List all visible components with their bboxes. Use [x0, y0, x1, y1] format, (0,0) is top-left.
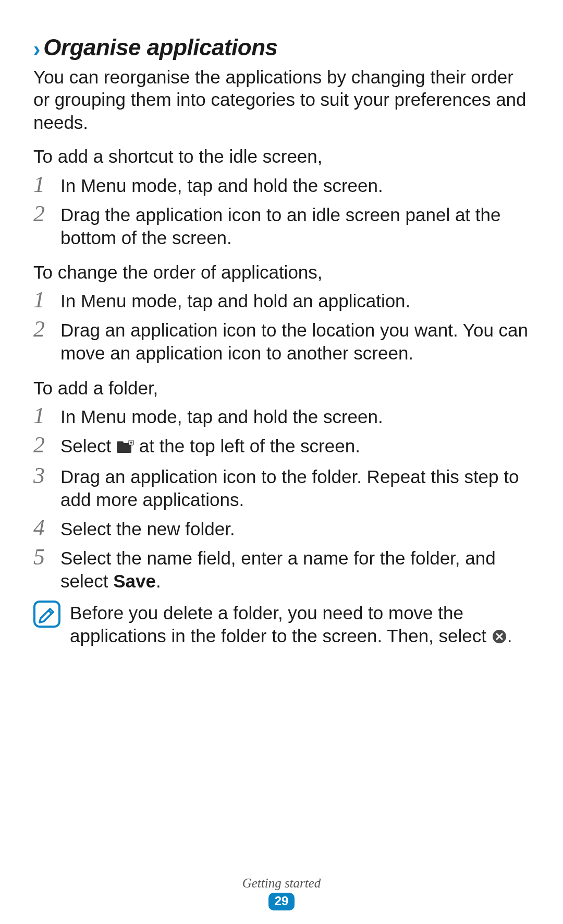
- step-text-post: .: [156, 571, 161, 591]
- step-text: Select the new folder.: [60, 517, 235, 541]
- note-text: Before you delete a folder, you need to …: [70, 601, 530, 650]
- page-number-badge: 29: [268, 893, 295, 910]
- list-item: 4 Select the new folder.: [33, 517, 530, 541]
- section2-lead: To change the order of applications,: [33, 261, 530, 283]
- note-icon: [33, 601, 60, 628]
- step-text: In Menu mode, tap and hold the screen.: [60, 173, 383, 197]
- step-text-bold: Save: [113, 571, 156, 591]
- step-text: Drag the application icon to an idle scr…: [60, 202, 530, 249]
- step-number: 1: [33, 289, 51, 311]
- list-item: 1 In Menu mode, tap and hold the screen.: [33, 404, 530, 428]
- note-callout: Before you delete a folder, you need to …: [33, 601, 530, 650]
- step-text: In Menu mode, tap and hold the screen.: [60, 404, 383, 428]
- svg-rect-5: [34, 602, 59, 627]
- section3-lead: To add a folder,: [33, 377, 530, 399]
- list-item: 2 Drag an application icon to the locati…: [33, 318, 530, 365]
- step-number: 2: [33, 202, 51, 225]
- step-number: 3: [33, 464, 51, 487]
- step-number: 4: [33, 517, 51, 539]
- step-text-post: at the top left of the screen.: [139, 436, 360, 456]
- section1-lead: To add a shortcut to the idle screen,: [33, 145, 530, 167]
- note-text-post: .: [507, 626, 512, 646]
- page-footer: Getting started 29: [0, 876, 563, 910]
- step-text: Select at the top left of the screen.: [60, 434, 360, 459]
- step-number: 5: [33, 546, 51, 569]
- list-item: 1 In Menu mode, tap and hold the screen.: [33, 173, 530, 197]
- section-heading: › Organise applications: [33, 34, 530, 61]
- list-item: 2 Select at the top left of the screen.: [33, 434, 530, 459]
- intro-paragraph: You can reorganise the applications by c…: [33, 66, 530, 134]
- footer-section-label: Getting started: [0, 876, 563, 891]
- section3-steps: 1 In Menu mode, tap and hold the screen.…: [33, 404, 530, 593]
- list-item: 2 Drag the application icon to an idle s…: [33, 202, 530, 249]
- step-number: 1: [33, 404, 51, 427]
- close-circle-icon: [492, 627, 507, 650]
- step-number: 1: [33, 173, 51, 196]
- step-text: In Menu mode, tap and hold an applicatio…: [60, 289, 410, 313]
- step-text: Drag an application icon to the folder. …: [60, 464, 530, 511]
- chevron-right-icon: ›: [33, 39, 40, 59]
- heading-title: Organise applications: [43, 34, 277, 61]
- list-item: 5 Select the name field, enter a name fo…: [33, 546, 530, 593]
- step-text-pre: Select: [60, 436, 116, 456]
- section2-steps: 1 In Menu mode, tap and hold an applicat…: [33, 289, 530, 365]
- list-item: 1 In Menu mode, tap and hold an applicat…: [33, 289, 530, 313]
- step-text: Select the name field, enter a name for …: [60, 546, 530, 593]
- note-text-pre: Before you delete a folder, you need to …: [70, 603, 492, 646]
- step-number: 2: [33, 318, 51, 341]
- step-text: Drag an application icon to the location…: [60, 318, 530, 365]
- svg-rect-1: [117, 441, 124, 445]
- folder-add-icon: [116, 436, 134, 459]
- list-item: 3 Drag an application icon to the folder…: [33, 464, 530, 511]
- step-number: 2: [33, 434, 51, 457]
- section1-steps: 1 In Menu mode, tap and hold the screen.…: [33, 173, 530, 249]
